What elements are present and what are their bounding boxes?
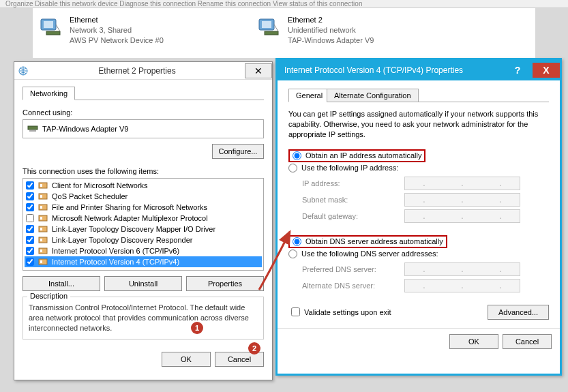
component-icon [38,246,48,256]
alternate-dns-input: ... [404,279,520,292]
toolbar: Organize Disable this network device Dia… [0,0,568,8]
component-item[interactable]: Internet Protocol Version 6 (TCP/IPv6) [25,245,262,256]
close-button[interactable]: X [533,63,560,78]
component-icon [38,192,48,201]
svg-rect-6 [265,31,278,35]
tab-general[interactable]: General [288,89,330,102]
connection-ethernet-2[interactable]: Ethernet 2 Unidentified network TAP-Wind… [258,15,435,46]
component-item[interactable]: Client for Microsoft Networks [25,180,262,191]
component-label: QoS Packet Scheduler [52,192,128,200]
dialog-title: Internet Protocol Version 4 (TCP/IPv4) P… [284,65,503,75]
network-icon [18,66,28,76]
component-label: Internet Protocol Version 4 (TCP/IPv4) [52,258,179,266]
component-item[interactable]: Link-Layer Topology Discovery Responder [25,235,262,245]
connection-status: Unidentified network [288,25,374,35]
obtain-ip-auto-radio[interactable] [293,151,301,160]
svg-rect-20 [40,228,42,230]
uninstall-button[interactable]: Uninstall [104,276,182,291]
items-list[interactable]: Client for Microsoft NetworksQoS Packet … [23,178,264,271]
connection-device: TAP-Windows Adapter V9 [288,35,374,46]
svg-rect-16 [40,206,42,209]
component-icon [38,181,48,190]
component-item[interactable]: Microsoft Network Adapter Multiplexor Pr… [25,213,262,224]
advanced-button[interactable]: Advanced... [488,305,549,320]
svg-rect-1 [44,21,53,28]
cancel-button[interactable]: Cancel [503,334,552,349]
obtain-dns-auto-radio[interactable] [293,237,301,246]
use-ip-label: Use the following IP address: [301,164,398,172]
ip-address-input: ... [404,177,520,190]
connect-using-label: Connect using: [23,108,264,117]
component-label: Link-Layer Topology Discovery Responder [52,236,192,244]
description-text: Transmission Control Protocol/Internet P… [29,303,258,333]
connection-device: AWS PV Network Device #0 [70,35,164,46]
configure-button[interactable]: Configure... [212,144,264,159]
svg-rect-9 [28,126,38,130]
use-ip-radio[interactable] [288,164,297,172]
use-dns-radio[interactable] [288,250,297,258]
obtain-dns-highlight: Obtain DNS server address automatically [288,235,447,248]
network-adapter-icon [258,15,282,40]
svg-rect-18 [40,217,42,220]
connection-status: Network 3, Shared [70,25,164,35]
component-checkbox[interactable] [26,236,34,244]
connection-ethernet[interactable]: Ethernet Network 3, Shared AWS PV Networ… [40,15,217,46]
svg-rect-10 [29,130,36,132]
use-dns-label: Use the following DNS server addresses: [301,250,438,258]
component-checkbox[interactable] [26,192,34,200]
tab-networking[interactable]: Networking [23,87,75,100]
titlebar[interactable]: Ethernet 2 Properties ✕ [14,62,272,80]
component-icon [38,213,48,223]
component-icon [38,224,48,234]
properties-button[interactable]: Properties [186,276,264,291]
component-checkbox[interactable] [26,247,34,255]
close-button[interactable]: ✕ [245,63,272,78]
component-checkbox[interactable] [26,181,34,190]
connection-name: Ethernet [70,15,164,25]
help-button[interactable]: ? [504,63,531,78]
component-icon [38,257,48,267]
tab-alternate-configuration[interactable]: Alternate Configuration [327,89,419,102]
component-item[interactable]: File and Printer Sharing for Microsoft N… [25,202,262,213]
obtain-ip-highlight: Obtain an IP address automatically [288,149,425,162]
svg-rect-12 [40,184,42,187]
svg-rect-24 [40,250,42,252]
svg-rect-14 [40,195,42,198]
info-text: You can get IP settings assigned automat… [288,109,549,140]
component-item[interactable]: Internet Protocol Version 4 (TCP/IPv4) [25,256,262,267]
connection-name: Ethernet 2 [288,15,374,25]
svg-rect-22 [40,239,42,241]
connections-panel: Ethernet Network 3, Shared AWS PV Networ… [33,8,535,58]
network-adapter-icon [40,15,64,40]
component-checkbox[interactable] [26,258,34,266]
titlebar[interactable]: Internet Protocol Version 4 (TCP/IPv4) P… [278,60,560,80]
dialog-title: Ethernet 2 Properties [31,66,243,76]
component-label: Link-Layer Topology Discovery Mapper I/O… [52,225,215,233]
ipv4-properties-dialog: Internet Protocol Version 4 (TCP/IPv4) P… [275,58,562,376]
gateway-label: Default gateway: [302,212,398,220]
svg-rect-19 [39,226,47,232]
component-checkbox[interactable] [26,203,34,211]
preferred-dns-label: Preferred DNS server: [302,265,398,273]
adapter-icon [27,123,38,134]
ok-button[interactable]: OK [449,334,498,349]
ok-button[interactable]: OK [162,352,211,367]
callout-1: 1 [191,322,203,334]
alternate-dns-label: Alternate DNS server: [302,282,398,290]
install-button[interactable]: Install... [23,276,100,291]
validate-settings-checkbox[interactable] [291,307,300,316]
component-label: Internet Protocol Version 6 (TCP/IPv6) [52,247,179,255]
component-checkbox[interactable] [26,214,34,222]
svg-line-7 [274,25,278,31]
subnet-input: ... [404,193,520,207]
svg-rect-15 [39,205,47,210]
description-group: Description Transmission Control Protoco… [23,297,264,340]
component-checkbox[interactable] [26,225,34,233]
component-item[interactable]: QoS Packet Scheduler [25,191,262,202]
svg-rect-26 [40,260,42,263]
tabbar: General Alternate Configuration [288,87,549,102]
adapter-box: TAP-Windows Adapter V9 [23,119,264,138]
component-item[interactable]: Link-Layer Topology Discovery Mapper I/O… [25,224,262,235]
svg-rect-13 [39,194,47,199]
svg-rect-25 [39,259,47,265]
